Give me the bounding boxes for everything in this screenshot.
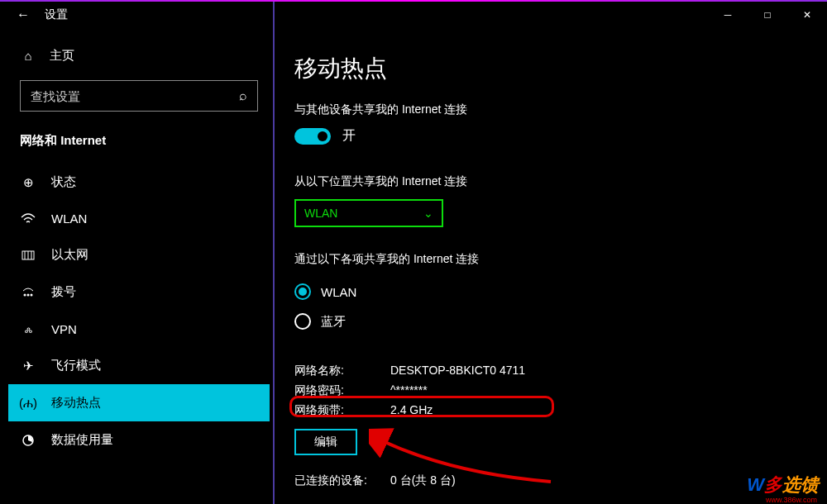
vpn-icon: ஃ <box>20 321 36 336</box>
radio-wlan[interactable]: WLAN <box>294 277 810 307</box>
network-band-value: 2.4 GHz <box>390 403 433 418</box>
sidebar-item-airplane[interactable]: ✈ 飞行模式 <box>8 347 270 384</box>
svg-point-5 <box>27 293 30 296</box>
page-title: 移动热点 <box>294 53 810 84</box>
close-button[interactable]: ✕ <box>787 2 827 28</box>
hotspot-icon: (ሐ) <box>20 396 36 411</box>
network-band-row: 网络频带: 2.4 GHz <box>294 401 810 421</box>
sidebar-item-label: 以太网 <box>51 247 88 263</box>
sidebar-item-ethernet[interactable]: 以太网 <box>8 236 270 273</box>
maximize-button[interactable]: □ <box>748 2 787 28</box>
radio-input[interactable] <box>294 313 311 330</box>
radio-bluetooth[interactable]: 蓝牙 <box>294 307 810 336</box>
home-icon: ⌂ <box>20 49 36 63</box>
radio-label: WLAN <box>321 285 356 299</box>
vertical-divider <box>273 2 275 504</box>
dialup-icon <box>20 287 36 298</box>
network-password-row: 网络密码: ^******* <box>294 381 810 401</box>
watermark: W多选馈 <box>747 473 819 497</box>
share-via-label: 通过以下各项共享我的 Internet 连接 <box>294 252 810 267</box>
connected-label: 已连接的设备: <box>294 473 390 488</box>
search-input-wrapper[interactable]: ⌕ <box>20 80 258 112</box>
network-password-label: 网络密码: <box>294 383 390 398</box>
sidebar-item-label: WLAN <box>51 212 87 226</box>
sidebar-item-wlan[interactable]: WLAN <box>8 201 270 236</box>
sidebar-item-label: 移动热点 <box>51 395 101 411</box>
search-icon: ⌕ <box>239 88 247 103</box>
svg-point-4 <box>24 293 26 296</box>
share-from-dropdown[interactable]: WLAN ⌄ <box>294 199 443 227</box>
toggle-state-label: 开 <box>342 127 356 145</box>
sidebar-item-datausage[interactable]: 数据使用量 <box>8 421 270 459</box>
radio-label: 蓝牙 <box>321 314 346 330</box>
connected-devices-row: 已连接的设备: 0 台(共 8 台) <box>294 473 810 488</box>
sidebar-item-hotspot[interactable]: (ሐ) 移动热点 <box>8 384 270 421</box>
network-name-row: 网络名称: DESKTOP-8BKICT0 4711 <box>294 361 810 381</box>
datausage-icon <box>20 434 36 447</box>
home-label: 主页 <box>50 48 74 64</box>
chevron-down-icon: ⌄ <box>423 207 433 220</box>
window-title: 设置 <box>45 7 68 22</box>
share-toggle[interactable]: 开 <box>294 127 810 145</box>
sidebar-item-vpn[interactable]: ஃ VPN <box>8 311 270 347</box>
sidebar-item-label: 飞行模式 <box>51 358 101 373</box>
network-name-label: 网络名称: <box>294 364 390 378</box>
edit-button[interactable]: 编辑 <box>294 429 357 455</box>
network-name-value: DESKTOP-8BKICT0 4711 <box>390 364 525 378</box>
sidebar-item-label: 拨号 <box>51 284 76 300</box>
sidebar-item-label: 状态 <box>51 174 76 190</box>
sidebar-item-dialup[interactable]: 拨号 <box>8 273 270 311</box>
search-input[interactable] <box>31 89 239 103</box>
svg-point-6 <box>31 293 33 296</box>
back-button[interactable]: ← <box>10 7 36 22</box>
toggle-switch[interactable] <box>294 128 331 145</box>
section-header: 网络和 Internet <box>8 126 270 164</box>
sidebar-item-status[interactable]: ⊕ 状态 <box>8 164 270 201</box>
connected-value: 0 台(共 8 台) <box>390 473 456 488</box>
wifi-icon <box>20 213 36 225</box>
sidebar-item-label: VPN <box>51 322 77 336</box>
share-from-label: 从以下位置共享我的 Internet 连接 <box>294 174 810 189</box>
network-password-value: ^******* <box>390 383 428 398</box>
radio-input[interactable] <box>294 283 311 300</box>
share-label: 与其他设备共享我的 Internet 连接 <box>294 102 810 117</box>
dropdown-value: WLAN <box>304 207 337 220</box>
home-button[interactable]: ⌂ 主页 <box>8 40 270 72</box>
ethernet-icon <box>20 250 36 261</box>
network-band-label: 网络频带: <box>294 403 390 418</box>
sidebar-item-label: 数据使用量 <box>51 432 113 448</box>
status-icon: ⊕ <box>20 175 36 190</box>
minimize-button[interactable]: ─ <box>708 2 748 28</box>
airplane-icon: ✈ <box>20 359 36 373</box>
watermark-url: www.386w.com <box>766 496 817 504</box>
